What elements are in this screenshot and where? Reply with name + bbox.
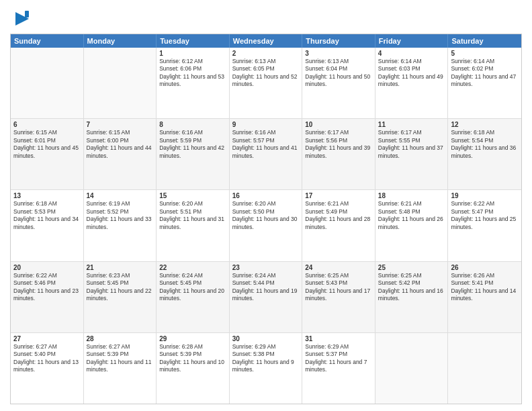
day-number: 9	[232, 121, 300, 128]
weekday-header: Wednesday	[230, 34, 303, 48]
day-number: 15	[159, 192, 226, 199]
calendar-cell	[448, 333, 521, 404]
day-info: Sunrise: 6:18 AM Sunset: 5:54 PM Dayligh…	[451, 129, 519, 160]
day-info: Sunrise: 6:15 AM Sunset: 6:00 PM Dayligh…	[87, 129, 154, 160]
weekday-header: Saturday	[448, 34, 521, 48]
calendar-cell: 16Sunrise: 6:20 AM Sunset: 5:50 PM Dayli…	[230, 190, 303, 261]
calendar-cell: 1Sunrise: 6:12 AM Sunset: 6:06 PM Daylig…	[157, 48, 230, 118]
calendar-cell: 18Sunrise: 6:21 AM Sunset: 5:48 PM Dayli…	[375, 190, 449, 261]
calendar-cell: 25Sunrise: 6:25 AM Sunset: 5:42 PM Dayli…	[375, 262, 449, 332]
calendar-cell: 24Sunrise: 6:25 AM Sunset: 5:43 PM Dayli…	[302, 262, 375, 332]
calendar-cell: 23Sunrise: 6:24 AM Sunset: 5:44 PM Dayli…	[230, 262, 303, 332]
calendar: SundayMondayTuesdayWednesdayThursdayFrid…	[10, 34, 522, 404]
day-info: Sunrise: 6:12 AM Sunset: 6:06 PM Dayligh…	[159, 58, 226, 89]
day-info: Sunrise: 6:22 AM Sunset: 5:47 PM Dayligh…	[451, 200, 519, 231]
calendar-cell: 6Sunrise: 6:15 AM Sunset: 6:01 PM Daylig…	[11, 119, 84, 189]
day-number: 25	[378, 264, 445, 271]
day-number: 2	[232, 50, 300, 57]
day-info: Sunrise: 6:13 AM Sunset: 6:05 PM Dayligh…	[232, 58, 300, 89]
calendar-cell: 7Sunrise: 6:15 AM Sunset: 6:00 PM Daylig…	[84, 119, 157, 189]
day-info: Sunrise: 6:20 AM Sunset: 5:51 PM Dayligh…	[159, 200, 226, 231]
calendar-cell: 15Sunrise: 6:20 AM Sunset: 5:51 PM Dayli…	[157, 190, 230, 261]
calendar-row: 27Sunrise: 6:27 AM Sunset: 5:40 PM Dayli…	[11, 332, 521, 404]
header	[10, 7, 522, 28]
calendar-cell: 8Sunrise: 6:16 AM Sunset: 5:59 PM Daylig…	[157, 119, 230, 189]
day-info: Sunrise: 6:16 AM Sunset: 5:59 PM Dayligh…	[159, 129, 226, 160]
day-info: Sunrise: 6:24 AM Sunset: 5:45 PM Dayligh…	[159, 272, 226, 303]
day-info: Sunrise: 6:29 AM Sunset: 5:38 PM Dayligh…	[232, 343, 300, 374]
calendar-cell: 21Sunrise: 6:23 AM Sunset: 5:45 PM Dayli…	[84, 262, 157, 332]
calendar-row: 6Sunrise: 6:15 AM Sunset: 6:01 PM Daylig…	[11, 118, 521, 189]
calendar-cell: 29Sunrise: 6:28 AM Sunset: 5:39 PM Dayli…	[157, 333, 230, 404]
weekday-header: Thursday	[302, 34, 375, 48]
day-number: 21	[87, 264, 154, 271]
weekday-header: Friday	[375, 34, 449, 48]
day-number: 16	[232, 192, 300, 199]
calendar-cell	[11, 48, 84, 118]
day-info: Sunrise: 6:14 AM Sunset: 6:02 PM Dayligh…	[451, 58, 519, 89]
day-info: Sunrise: 6:23 AM Sunset: 5:45 PM Dayligh…	[87, 272, 154, 303]
day-number: 19	[451, 192, 519, 199]
calendar-cell: 11Sunrise: 6:17 AM Sunset: 5:55 PM Dayli…	[375, 119, 449, 189]
calendar-cell: 28Sunrise: 6:27 AM Sunset: 5:39 PM Dayli…	[84, 333, 157, 404]
day-info: Sunrise: 6:15 AM Sunset: 6:01 PM Dayligh…	[13, 129, 81, 160]
calendar-cell: 27Sunrise: 6:27 AM Sunset: 5:40 PM Dayli…	[11, 333, 84, 404]
calendar-cell: 3Sunrise: 6:13 AM Sunset: 6:04 PM Daylig…	[302, 48, 375, 118]
calendar-cell: 2Sunrise: 6:13 AM Sunset: 6:05 PM Daylig…	[230, 48, 303, 118]
day-info: Sunrise: 6:17 AM Sunset: 5:55 PM Dayligh…	[378, 129, 445, 160]
weekday-header: Monday	[84, 34, 157, 48]
calendar-row: 20Sunrise: 6:22 AM Sunset: 5:46 PM Dayli…	[11, 261, 521, 332]
day-info: Sunrise: 6:29 AM Sunset: 5:37 PM Dayligh…	[305, 343, 372, 374]
calendar-cell: 26Sunrise: 6:26 AM Sunset: 5:41 PM Dayli…	[448, 262, 521, 332]
day-info: Sunrise: 6:26 AM Sunset: 5:41 PM Dayligh…	[451, 272, 519, 303]
day-info: Sunrise: 6:25 AM Sunset: 5:42 PM Dayligh…	[378, 272, 445, 303]
calendar-header: SundayMondayTuesdayWednesdayThursdayFrid…	[11, 34, 521, 48]
weekday-header: Sunday	[11, 34, 84, 48]
day-number: 5	[451, 50, 519, 57]
day-info: Sunrise: 6:24 AM Sunset: 5:44 PM Dayligh…	[232, 272, 300, 303]
calendar-cell: 22Sunrise: 6:24 AM Sunset: 5:45 PM Dayli…	[157, 262, 230, 332]
day-info: Sunrise: 6:17 AM Sunset: 5:56 PM Dayligh…	[305, 129, 372, 160]
day-info: Sunrise: 6:20 AM Sunset: 5:50 PM Dayligh…	[232, 200, 300, 231]
calendar-cell: 12Sunrise: 6:18 AM Sunset: 5:54 PM Dayli…	[448, 119, 521, 189]
day-info: Sunrise: 6:27 AM Sunset: 5:39 PM Dayligh…	[87, 343, 154, 374]
day-number: 12	[451, 121, 519, 128]
day-number: 14	[87, 192, 154, 199]
day-number: 13	[13, 192, 81, 199]
day-number: 4	[378, 50, 445, 57]
day-number: 7	[87, 121, 154, 128]
day-info: Sunrise: 6:21 AM Sunset: 5:49 PM Dayligh…	[305, 200, 372, 231]
day-number: 8	[159, 121, 226, 128]
day-number: 20	[13, 264, 81, 271]
calendar-cell: 17Sunrise: 6:21 AM Sunset: 5:49 PM Dayli…	[302, 190, 375, 261]
calendar-body: 1Sunrise: 6:12 AM Sunset: 6:06 PM Daylig…	[11, 48, 521, 404]
calendar-cell: 20Sunrise: 6:22 AM Sunset: 5:46 PM Dayli…	[11, 262, 84, 332]
day-info: Sunrise: 6:19 AM Sunset: 5:52 PM Dayligh…	[87, 200, 154, 231]
day-number: 26	[451, 264, 519, 271]
calendar-cell: 19Sunrise: 6:22 AM Sunset: 5:47 PM Dayli…	[448, 190, 521, 261]
calendar-cell: 9Sunrise: 6:16 AM Sunset: 5:57 PM Daylig…	[230, 119, 303, 189]
day-number: 10	[305, 121, 372, 128]
calendar-cell: 13Sunrise: 6:18 AM Sunset: 5:53 PM Dayli…	[11, 190, 84, 261]
day-number: 27	[13, 335, 81, 342]
day-info: Sunrise: 6:22 AM Sunset: 5:46 PM Dayligh…	[13, 272, 81, 303]
calendar-cell: 14Sunrise: 6:19 AM Sunset: 5:52 PM Dayli…	[84, 190, 157, 261]
calendar-cell: 5Sunrise: 6:14 AM Sunset: 6:02 PM Daylig…	[448, 48, 521, 118]
day-number: 31	[305, 335, 372, 342]
day-info: Sunrise: 6:14 AM Sunset: 6:03 PM Dayligh…	[378, 58, 445, 89]
logo	[10, 9, 32, 28]
calendar-cell: 30Sunrise: 6:29 AM Sunset: 5:38 PM Dayli…	[230, 333, 303, 404]
calendar-cell	[375, 333, 449, 404]
day-info: Sunrise: 6:25 AM Sunset: 5:43 PM Dayligh…	[305, 272, 372, 303]
day-number: 11	[378, 121, 445, 128]
day-info: Sunrise: 6:27 AM Sunset: 5:40 PM Dayligh…	[13, 343, 81, 374]
day-number: 3	[305, 50, 372, 57]
calendar-cell: 10Sunrise: 6:17 AM Sunset: 5:56 PM Dayli…	[302, 119, 375, 189]
calendar-cell	[84, 48, 157, 118]
weekday-header: Tuesday	[157, 34, 230, 48]
logo-icon	[13, 9, 32, 28]
day-info: Sunrise: 6:21 AM Sunset: 5:48 PM Dayligh…	[378, 200, 445, 231]
day-number: 22	[159, 264, 226, 271]
day-number: 17	[305, 192, 372, 199]
day-number: 18	[378, 192, 445, 199]
